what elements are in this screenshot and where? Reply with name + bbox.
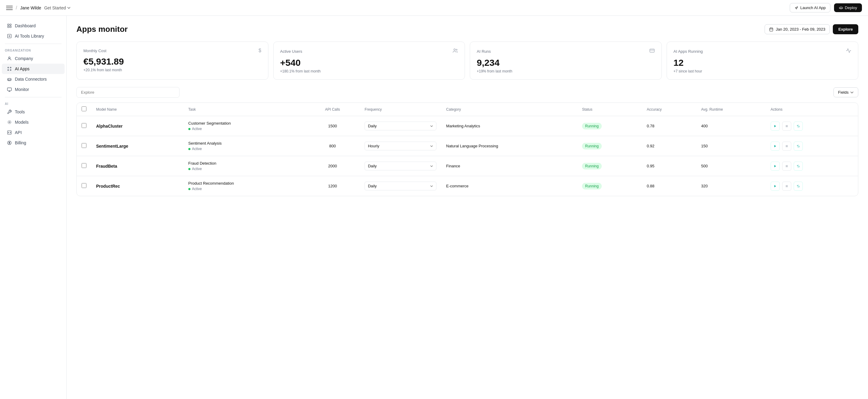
refresh-button-3[interactable] bbox=[794, 182, 803, 191]
row-actions bbox=[766, 116, 858, 136]
ai-apps-label: AI Apps bbox=[15, 66, 29, 71]
row-model-name: AlphaCluster bbox=[91, 116, 184, 136]
row-checkbox-cell bbox=[77, 136, 91, 156]
play-button-1[interactable] bbox=[771, 142, 780, 151]
sidebar-main-nav: Dashboard AI Tools Library bbox=[0, 21, 66, 41]
ai-tools-library-icon bbox=[7, 33, 12, 39]
pause-button-3[interactable] bbox=[782, 182, 791, 191]
sidebar-item-data-connectors[interactable]: Data Connectors bbox=[2, 74, 65, 84]
row-actions bbox=[766, 156, 858, 176]
pause-button-0[interactable] bbox=[782, 122, 791, 131]
dollar-icon: $ bbox=[259, 48, 261, 53]
refresh-icon bbox=[797, 125, 800, 128]
row-frequency: Hourly bbox=[360, 136, 441, 156]
svg-rect-32 bbox=[787, 185, 787, 187]
sidebar-item-ai-apps[interactable]: AI Apps bbox=[2, 64, 65, 74]
frequency-select-3[interactable]: Daily bbox=[365, 182, 436, 190]
billing-label: Billing bbox=[15, 141, 26, 145]
sidebar-item-dashboard[interactable]: Dashboard bbox=[2, 21, 65, 31]
table-controls: Fields bbox=[76, 87, 858, 98]
fields-button[interactable]: Fields bbox=[833, 87, 858, 97]
sidebar: Dashboard AI Tools Library ORGANIZATION … bbox=[0, 16, 67, 399]
svg-rect-20 bbox=[650, 49, 654, 53]
svg-rect-22 bbox=[786, 125, 786, 127]
pause-button-1[interactable] bbox=[782, 142, 791, 151]
svg-marker-21 bbox=[774, 125, 776, 127]
frequency-select-0[interactable]: Daily bbox=[365, 122, 436, 130]
deploy-button[interactable]: Deploy bbox=[834, 3, 862, 12]
menu-icon[interactable] bbox=[6, 4, 13, 11]
svg-point-18 bbox=[454, 49, 455, 50]
svg-marker-24 bbox=[774, 145, 776, 147]
sidebar-item-billing[interactable]: Billing bbox=[2, 137, 65, 148]
row-task: Product Recommendation Active bbox=[184, 176, 305, 196]
row-status: Running bbox=[577, 116, 642, 136]
sidebar-item-company[interactable]: Company bbox=[2, 53, 65, 64]
play-icon bbox=[774, 125, 777, 128]
row-api-calls: 1200 bbox=[305, 176, 360, 196]
svg-rect-1 bbox=[8, 24, 9, 26]
frequency-select-1[interactable]: Hourly bbox=[365, 142, 436, 150]
company-icon bbox=[7, 56, 12, 61]
date-range-area: Jan 20, 2023 - Feb 09, 2023 Explore bbox=[765, 24, 858, 34]
th-accuracy: Accuracy bbox=[642, 103, 696, 116]
svg-rect-2 bbox=[10, 24, 11, 26]
row-checkbox[interactable] bbox=[82, 143, 87, 148]
svg-rect-28 bbox=[786, 165, 786, 167]
row-checkbox[interactable] bbox=[82, 163, 87, 168]
dashboard-label: Dashboard bbox=[15, 23, 36, 28]
svg-rect-31 bbox=[786, 185, 786, 187]
row-model-name: ProductRec bbox=[91, 176, 184, 196]
row-checkbox[interactable] bbox=[82, 183, 87, 188]
top-bar-right: Launch AI App Deploy bbox=[790, 3, 862, 12]
row-task: Sentiment Analysis Active bbox=[184, 136, 305, 156]
launch-ai-app-button[interactable]: Launch AI App bbox=[790, 3, 830, 12]
svg-rect-3 bbox=[8, 26, 9, 28]
sidebar-item-ai-tools-library[interactable]: AI Tools Library bbox=[2, 31, 65, 41]
row-accuracy: 0.92 bbox=[642, 136, 696, 156]
get-started-button[interactable]: Get Started bbox=[44, 5, 71, 10]
calendar-icon bbox=[769, 27, 773, 32]
select-all-checkbox[interactable] bbox=[82, 106, 87, 111]
date-range-button[interactable]: Jan 20, 2023 - Feb 09, 2023 bbox=[765, 24, 830, 34]
sidebar-item-api[interactable]: API bbox=[2, 127, 65, 137]
ai-tools-library-label: AI Tools Library bbox=[15, 34, 44, 38]
th-status: Status bbox=[577, 103, 642, 116]
explore-header-button[interactable]: Explore bbox=[833, 24, 858, 34]
frequency-select-2[interactable]: Daily bbox=[365, 162, 436, 171]
stats-row: Monthly Cost $ €5,931.89 +20.1% from las… bbox=[76, 41, 858, 80]
svg-marker-27 bbox=[774, 165, 776, 167]
refresh-button-1[interactable] bbox=[794, 142, 803, 151]
page-header: Apps monitor Jan 20, 2023 - Feb 09, 2023… bbox=[76, 24, 858, 34]
org-section-label: ORGANIZATION bbox=[0, 47, 66, 53]
play-button-0[interactable] bbox=[771, 122, 780, 131]
sidebar-item-tools[interactable]: Tools bbox=[2, 107, 65, 117]
ai-runs-sub: +19% from last month bbox=[477, 69, 655, 73]
play-button-3[interactable] bbox=[771, 182, 780, 191]
sidebar-item-models[interactable]: Models bbox=[2, 117, 65, 127]
ai-section-label: AI bbox=[0, 100, 66, 107]
th-actions: Actions bbox=[766, 103, 858, 116]
refresh-button-0[interactable] bbox=[794, 122, 803, 131]
row-avg-runtime: 150 bbox=[696, 136, 766, 156]
row-status: Running bbox=[577, 156, 642, 176]
svg-point-19 bbox=[456, 49, 457, 50]
main-content: Apps monitor Jan 20, 2023 - Feb 09, 2023… bbox=[67, 16, 868, 399]
launch-icon bbox=[794, 6, 799, 10]
svg-rect-12 bbox=[7, 88, 11, 91]
explore-input[interactable] bbox=[76, 87, 180, 98]
date-range-label: Jan 20, 2023 - Feb 09, 2023 bbox=[776, 27, 825, 32]
row-category: Marketing Analytics bbox=[441, 116, 577, 136]
apps-table: Model Name Task API Calls Frequency Cate… bbox=[76, 102, 858, 196]
th-model-name: Model Name bbox=[91, 103, 184, 116]
sidebar-item-monitor[interactable]: Monitor bbox=[2, 84, 65, 95]
row-task: Customer Segmentation Active bbox=[184, 116, 305, 136]
refresh-button-2[interactable] bbox=[794, 162, 803, 171]
row-api-calls: 1500 bbox=[305, 116, 360, 136]
play-button-2[interactable] bbox=[771, 162, 780, 171]
row-avg-runtime: 320 bbox=[696, 176, 766, 196]
svg-point-9 bbox=[8, 69, 8, 70]
data-connectors-icon bbox=[7, 76, 12, 82]
pause-button-2[interactable] bbox=[782, 162, 791, 171]
row-checkbox[interactable] bbox=[82, 123, 87, 128]
